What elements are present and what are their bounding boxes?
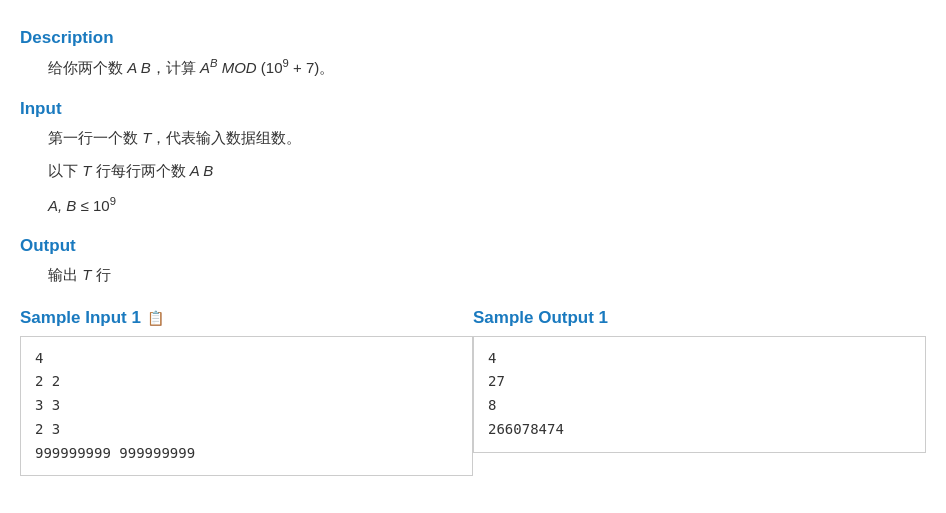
input-line1: 第一行一个数 T，代表输入数据组数。 (48, 125, 926, 151)
sample-input-line-2: 2 2 (35, 370, 458, 394)
input-line3: A, B ≤ 109 (48, 192, 926, 219)
sample-input-section: Sample Input 1 📋 4 2 2 3 3 2 3 999999999… (20, 308, 473, 477)
sample-input-title: Sample Input 1 📋 (20, 308, 473, 328)
sample-output-title: Sample Output 1 (473, 308, 926, 328)
description-title: Description (20, 28, 926, 48)
sample-output-section: Sample Output 1 4 27 8 266078474 (473, 308, 926, 477)
sample-output-line-2: 27 (488, 370, 911, 394)
sample-output-line-3: 8 (488, 394, 911, 418)
sample-input-box: 4 2 2 3 3 2 3 999999999 999999999 (20, 336, 473, 477)
samples-row: Sample Input 1 📋 4 2 2 3 3 2 3 999999999… (20, 308, 926, 477)
sample-output-line-1: 4 (488, 347, 911, 371)
description-content: 给你两个数 A B，计算 AB MOD (109 + 7)。 (48, 54, 926, 81)
sample-output-box: 4 27 8 266078474 (473, 336, 926, 453)
input-line2: 以下 T 行每行两个数 A B (48, 158, 926, 184)
output-line1: 输出 T 行 (48, 262, 926, 288)
sample-input-line-4: 2 3 (35, 418, 458, 442)
sample-output-label: Sample Output 1 (473, 308, 608, 328)
output-title: Output (20, 236, 926, 256)
sample-output-line-4: 266078474 (488, 418, 911, 442)
input-title: Input (20, 99, 926, 119)
sample-input-line-5: 999999999 999999999 (35, 442, 458, 466)
sample-input-line-1: 4 (35, 347, 458, 371)
sample-input-label: Sample Input 1 (20, 308, 141, 328)
sample-input-line-3: 3 3 (35, 394, 458, 418)
copy-icon[interactable]: 📋 (147, 310, 164, 326)
